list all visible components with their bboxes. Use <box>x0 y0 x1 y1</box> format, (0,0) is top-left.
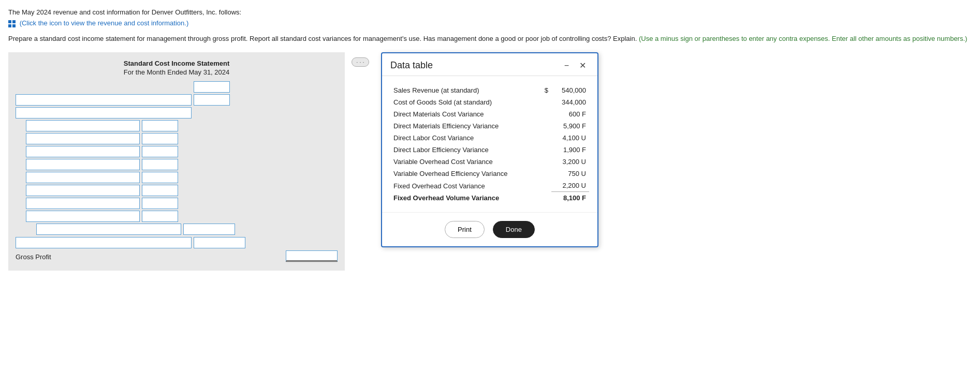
table-cell-value: 2,200 U <box>551 180 589 192</box>
table-cell-value: 600 F <box>551 108 589 120</box>
table-cell-value: 3,200 U <box>551 156 589 168</box>
popup-header: Data table − ✕ <box>382 53 597 76</box>
table-cell-label: Direct Labor Efficiency Variance <box>390 144 539 156</box>
table-cell-value: 344,000 <box>551 96 589 108</box>
table-row: Variable Overhead Efficiency Variance750… <box>390 168 589 180</box>
data-table: Sales Revenue (at standard)$540,000Cost … <box>390 84 589 204</box>
input-var4-val[interactable] <box>142 159 178 170</box>
table-cell-value: 8,100 F <box>551 192 589 204</box>
svg-rect-0 <box>8 20 11 23</box>
table-cell-value: 1,900 F <box>551 144 589 156</box>
table-cell-value: 5,900 F <box>551 120 589 132</box>
done-button[interactable]: Done <box>493 221 535 238</box>
input-var7-val[interactable] <box>142 198 178 209</box>
collapse-button[interactable]: · · · <box>352 57 369 67</box>
statement-subtitle: For the Month Ended May 31, 2024 <box>16 68 338 76</box>
input-var1-val[interactable] <box>142 120 178 131</box>
input-var5-val[interactable] <box>142 172 178 183</box>
svg-rect-1 <box>12 20 16 23</box>
table-cell-symbol <box>539 168 551 180</box>
table-cell-label: Direct Materials Cost Variance <box>390 108 539 120</box>
table-cell-label: Sales Revenue (at standard) <box>390 84 539 96</box>
table-cell-label: Direct Labor Cost Variance <box>390 132 539 144</box>
table-cell-label: Direct Materials Efficiency Variance <box>390 120 539 132</box>
table-cell-label: Variable Overhead Cost Variance <box>390 156 539 168</box>
table-cell-value: 540,000 <box>551 84 589 96</box>
input-row1-col3[interactable] <box>194 81 230 93</box>
green-instruction: (Use a minus sign or parentheses to ente… <box>639 35 967 42</box>
close-button[interactable]: ✕ <box>576 60 589 71</box>
statement-container: Standard Cost Income Statement For the M… <box>8 52 345 271</box>
data-table-popup: Data table − ✕ Sales Revenue (at standar… <box>381 52 598 247</box>
input-var3-label[interactable] <box>26 146 140 157</box>
table-row: Fixed Overhead Volume Variance8,100 F <box>390 192 589 204</box>
minimize-button[interactable]: − <box>561 60 572 71</box>
table-row: Variable Overhead Cost Variance3,200 U <box>390 156 589 168</box>
table-cell-value: 750 U <box>551 168 589 180</box>
input-row2-col2[interactable] <box>194 94 230 106</box>
table-row: Sales Revenue (at standard)$540,000 <box>390 84 589 96</box>
input-var6-label[interactable] <box>26 185 140 196</box>
intro-line1: The May 2024 revenue and cost informatio… <box>8 8 972 16</box>
table-cell-symbol <box>539 132 551 144</box>
popup-body: Sales Revenue (at standard)$540,000Cost … <box>382 76 597 212</box>
table-cell-symbol <box>539 192 551 204</box>
table-cell-symbol <box>539 156 551 168</box>
input-var3-val[interactable] <box>142 146 178 157</box>
input-var1-label[interactable] <box>26 120 140 131</box>
popup-footer: Print Done <box>382 212 597 246</box>
input-var8-label[interactable] <box>26 211 140 222</box>
table-cell-label: Variable Overhead Efficiency Variance <box>390 168 539 180</box>
input-gross-profit[interactable] <box>286 250 338 262</box>
input-subtotal-label[interactable] <box>36 224 181 235</box>
svg-rect-3 <box>12 24 16 27</box>
statement-title: Standard Cost Income Statement <box>16 60 338 67</box>
table-cell-value: 4,100 U <box>551 132 589 144</box>
input-subtotal-val[interactable] <box>183 224 235 235</box>
table-row: Cost of Goods Sold (at standard)344,000 <box>390 96 589 108</box>
input-var5-label[interactable] <box>26 172 140 183</box>
input-var6-val[interactable] <box>142 185 178 196</box>
table-row: Direct Materials Efficiency Variance5,90… <box>390 120 589 132</box>
table-cell-label: Fixed Overhead Cost Variance <box>390 180 539 192</box>
input-total-label[interactable] <box>16 237 192 248</box>
table-cell-label: Fixed Overhead Volume Variance <box>390 192 539 204</box>
input-var2-label[interactable] <box>26 133 140 144</box>
svg-rect-2 <box>8 24 11 27</box>
table-row: Fixed Overhead Cost Variance2,200 U <box>390 180 589 192</box>
table-cell-label: Cost of Goods Sold (at standard) <box>390 96 539 108</box>
print-button[interactable]: Print <box>445 221 485 238</box>
input-row3-col1[interactable] <box>16 107 192 118</box>
click-link[interactable]: (Click the icon to view the revenue and … <box>20 19 189 27</box>
input-var8-val[interactable] <box>142 211 178 222</box>
input-var4-label[interactable] <box>26 159 140 170</box>
input-total-val[interactable] <box>194 237 245 248</box>
prepare-text: Prepare a standard cost income statement… <box>8 34 972 44</box>
table-row: Direct Materials Cost Variance600 F <box>390 108 589 120</box>
input-var7-label[interactable] <box>26 198 140 209</box>
table-cell-symbol <box>539 144 551 156</box>
table-cell-symbol <box>539 180 551 192</box>
table-row: Direct Labor Cost Variance4,100 U <box>390 132 589 144</box>
table-cell-symbol <box>539 108 551 120</box>
input-row2-col1[interactable] <box>16 94 192 106</box>
table-row: Direct Labor Efficiency Variance1,900 F <box>390 144 589 156</box>
popup-title: Data table <box>390 60 433 71</box>
table-cell-symbol <box>539 120 551 132</box>
table-cell-symbol <box>539 96 551 108</box>
grid-icon <box>8 20 16 27</box>
table-cell-symbol: $ <box>539 84 551 96</box>
input-var2-val[interactable] <box>142 133 178 144</box>
gross-profit-label: Gross Profit <box>16 253 286 261</box>
